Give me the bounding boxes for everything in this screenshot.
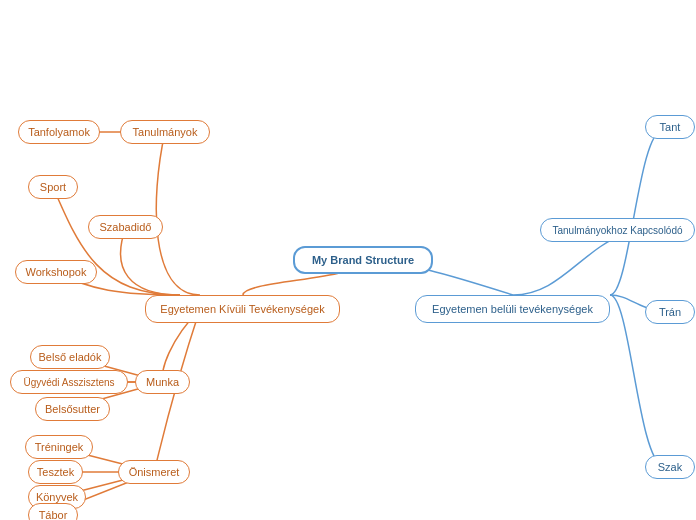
workshopok-node[interactable]: Workshopok: [15, 260, 97, 284]
belso-eladok-node[interactable]: Belső eladók: [30, 345, 110, 369]
tanulmanyok-kapcs-node[interactable]: Tanulmányokhoz Kapcsolódó: [540, 218, 695, 242]
left-main-node[interactable]: Egyetemen Kívüli Tevékenységek: [145, 295, 340, 323]
tanulmanyok-node[interactable]: Tanulmányok: [120, 120, 210, 144]
munka-node[interactable]: Munka: [135, 370, 190, 394]
szak-right-node[interactable]: Szak: [645, 455, 695, 479]
center-node[interactable]: My Brand Structure: [293, 246, 433, 274]
tant-right-node[interactable]: Tant: [645, 115, 695, 139]
belsosutter-node[interactable]: Belsősutter: [35, 397, 110, 421]
sport-node[interactable]: Sport: [28, 175, 78, 199]
tesztek-node[interactable]: Tesztek: [28, 460, 83, 484]
right-main-node[interactable]: Egyetemen belüli tevékenységek: [415, 295, 610, 323]
traeningek-node[interactable]: Tréningek: [25, 435, 93, 459]
mindmap-container: My Brand Structure Egyetemen Kívüli Tevé…: [0, 0, 696, 520]
ugyv-asszisztens-node[interactable]: Ügyvédi Asszisztens: [10, 370, 128, 394]
tran-right-node[interactable]: Trán: [645, 300, 695, 324]
onismeret-node[interactable]: Önismeret: [118, 460, 190, 484]
szabadido-node[interactable]: Szabadidő: [88, 215, 163, 239]
tabor-node[interactable]: Tábor: [28, 503, 78, 520]
tanfolyamok-node[interactable]: Tanfolyamok: [18, 120, 100, 144]
